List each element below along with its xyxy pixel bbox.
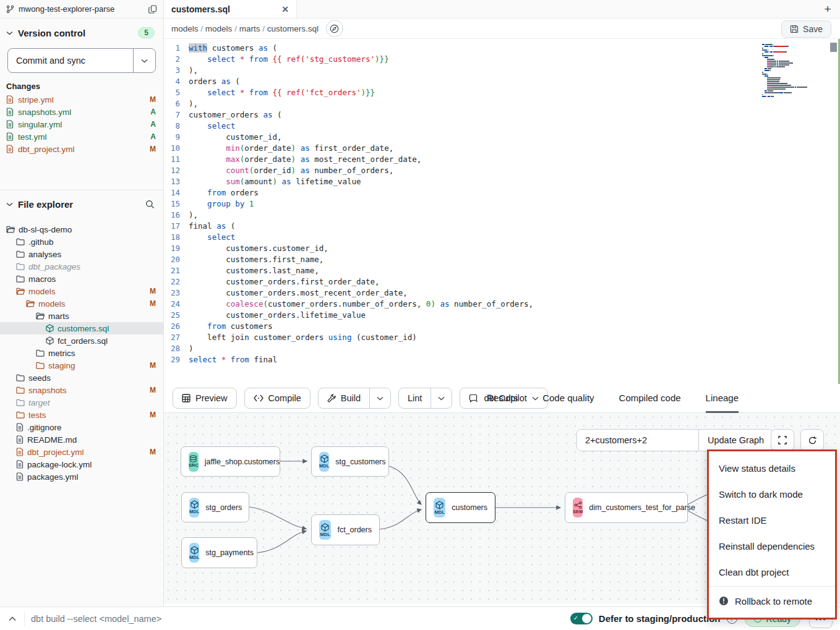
commit-options-caret[interactable]	[133, 49, 155, 72]
tab-lineage[interactable]: Lineage	[706, 384, 739, 413]
breadcrumb-segment[interactable]: models	[205, 24, 233, 33]
close-tab-icon[interactable]: ✕	[281, 4, 289, 14]
tree-item-dbt_packages[interactable]: dbt_packages	[0, 260, 163, 273]
tree-item-snapshots[interactable]: snapshotsM	[0, 384, 163, 396]
expand-command-bar-button[interactable]	[0, 611, 25, 626]
search-icon[interactable]	[145, 200, 155, 209]
update-graph-button[interactable]: Update Graph	[698, 430, 773, 451]
menu-item-clean-dbt-project[interactable]: Clean dbt project	[709, 559, 835, 585]
lint-button[interactable]: Lint	[399, 388, 431, 408]
tree-item-marts[interactable]: marts	[0, 310, 163, 322]
breadcrumb-segment[interactable]: models	[171, 24, 199, 33]
tree-item-packages.yml[interactable]: packages.yml	[0, 470, 163, 483]
tree-item-.github[interactable]: .github	[0, 236, 163, 248]
tree-item-db-sl-qs-demo[interactable]: db-sl-qs-demo	[0, 223, 163, 236]
menu-item-view-status-details[interactable]: View status details	[709, 455, 835, 481]
minimap[interactable]	[762, 44, 824, 98]
tree-item-README.md[interactable]: README.md	[0, 433, 163, 446]
chevron-down-icon[interactable]	[6, 31, 13, 35]
defer-toggle[interactable]: ✓	[570, 613, 593, 624]
breadcrumb-separator: /	[200, 24, 203, 33]
open-in-explorer-button[interactable]	[326, 20, 343, 37]
node-type-badge-mdl: MDL	[434, 498, 445, 517]
file-icon	[6, 120, 14, 129]
graph-selector-input[interactable]	[577, 430, 698, 451]
tree-item-seeds[interactable]: seeds	[0, 372, 163, 384]
lineage-node-jaffle_shop.customers[interactable]: SRCjaffle_shop.customers	[181, 446, 280, 477]
tree-item-label: staging	[48, 361, 146, 370]
file-icon	[16, 460, 24, 469]
breadcrumb-segment[interactable]: customers.sql	[267, 24, 319, 33]
breadcrumb-segment[interactable]: marts	[239, 24, 260, 33]
tree-item-staging[interactable]: stagingM	[0, 359, 163, 372]
tree-item-tests[interactable]: testsM	[0, 409, 163, 421]
lineage-node-stg_orders[interactable]: MDLstg_orders	[181, 492, 249, 522]
rollback-label: Rollback to remote	[735, 596, 812, 607]
tree-item-fct_orders.sql[interactable]: fct_orders.sql	[0, 334, 163, 347]
tree-item-package-lock.yml[interactable]: package-lock.yml	[0, 458, 163, 470]
change-row-singular.yml[interactable]: singular.ymlA	[0, 118, 163, 130]
line-number: 21	[164, 265, 189, 276]
folder-open-icon	[26, 300, 35, 307]
change-row-stripe.yml[interactable]: stripe.ymlM	[0, 93, 163, 106]
git-branch-icon	[6, 5, 14, 14]
dbt-command-input[interactable]	[25, 614, 570, 624]
lineage-node-stg_customers[interactable]: MDLstg_customers	[311, 446, 389, 477]
tree-item-customers.sql[interactable]: customers.sql	[0, 322, 163, 334]
menu-item-restart-ide[interactable]: Restart IDE	[709, 507, 835, 533]
code-line-25: 25 customer_orders.lifetime_value	[164, 310, 840, 321]
lineage-node-dim_customers_test_for_parse[interactable]: SEMdim_customers_test_for_parse	[565, 492, 688, 523]
new-tab-button[interactable]: +	[815, 0, 840, 18]
change-row-test.yml[interactable]: test.ymlA	[0, 130, 163, 143]
code-content: 1with customers as (2 select * from {{ r…	[164, 39, 840, 365]
tree-item-analyses[interactable]: analyses	[0, 248, 163, 260]
tree-item-.gitignore[interactable]: .gitignore	[0, 421, 163, 433]
build-button[interactable]: Build	[319, 388, 369, 408]
code-line-26: 26 from customers	[164, 321, 840, 332]
tree-item-models[interactable]: modelsM	[0, 297, 163, 310]
code-icon	[254, 394, 264, 402]
menu-item-rollback-to-remote[interactable]: Rollback to remote	[709, 588, 835, 614]
commit-and-sync-button[interactable]: Commit and sync	[8, 49, 133, 72]
lineage-node-fct_orders[interactable]: MDLfct_orders	[311, 514, 380, 545]
change-file-name: snapshots.yml	[18, 108, 146, 117]
editor-scrollbar[interactable]	[830, 43, 837, 52]
tree-item-label: .github	[28, 237, 156, 247]
preview-button[interactable]: Preview	[173, 388, 237, 409]
build-options-caret[interactable]	[369, 388, 390, 408]
line-number: 27	[164, 332, 189, 343]
tab-results[interactable]: Results	[487, 384, 518, 413]
tab-customers-sql[interactable]: customers.sql ✕	[164, 0, 297, 18]
change-row-dbt_project.yml[interactable]: dbt_project.ymlM	[0, 143, 163, 155]
code-editor[interactable]: 1with customers as (2 select * from {{ r…	[164, 39, 840, 384]
code-line-18: 18 select	[164, 232, 840, 243]
branch-name: mwong-test-explorer-parse	[19, 4, 144, 14]
tab-code-quality[interactable]: Code quality	[542, 384, 594, 413]
copy-branch-button[interactable]	[148, 5, 157, 14]
tree-item-models[interactable]: modelsM	[0, 285, 163, 297]
tab-compiled-code[interactable]: Compiled code	[619, 384, 681, 413]
fullscreen-button[interactable]	[771, 429, 794, 451]
code-line-4: 4orders as (	[164, 76, 840, 87]
node-label: customers	[452, 503, 487, 512]
code-line-7: 7customer_orders as (	[164, 109, 840, 121]
save-button[interactable]: Save	[781, 20, 831, 38]
tree-item-metrics[interactable]: metrics	[0, 347, 163, 359]
line-number: 23	[164, 287, 189, 299]
tree-item-macros[interactable]: macros	[0, 273, 163, 285]
tree-item-dbt_project.yml[interactable]: dbt_project.ymlM	[0, 446, 163, 458]
lint-options-caret[interactable]	[431, 388, 452, 408]
ide-options-menu: View status detailsSwitch to dark modeRe…	[707, 449, 837, 619]
menu-item-switch-to-dark-mode[interactable]: Switch to dark mode	[709, 481, 835, 507]
tree-item-label: package-lock.yml	[27, 460, 156, 469]
node-label: stg_customers	[335, 458, 385, 466]
lineage-node-customers[interactable]: MDLcustomers	[426, 492, 495, 523]
change-row-snapshots.yml[interactable]: snapshots.ymlA	[0, 106, 163, 118]
line-number: 7	[164, 109, 189, 121]
compile-button[interactable]: Compile	[244, 388, 311, 409]
tree-item-target[interactable]: target	[0, 396, 163, 409]
refresh-graph-button[interactable]	[800, 429, 824, 451]
menu-item-reinstall-dependencies[interactable]: Reinstall dependencies	[709, 533, 835, 559]
lineage-node-stg_payments[interactable]: MDLstg_payments	[181, 537, 257, 568]
chevron-down-icon[interactable]	[6, 202, 13, 206]
